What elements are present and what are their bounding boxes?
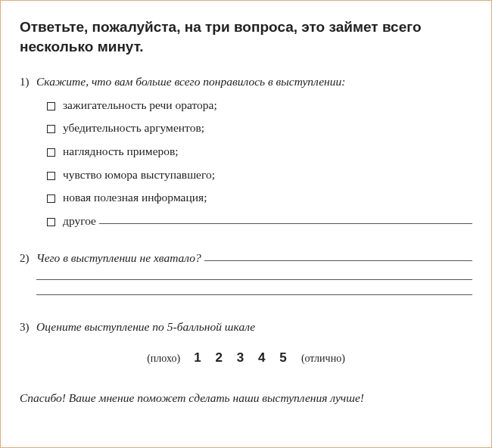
q1-other-input-line[interactable] bbox=[99, 212, 472, 224]
q1-option[interactable]: зажигательность речи оратора; bbox=[47, 97, 472, 114]
rating-scale: (плохо) 1 2 3 4 5 (отлично) bbox=[20, 350, 472, 366]
q1-option-label: наглядность примеров; bbox=[63, 143, 179, 160]
rating-high-label: (отлично) bbox=[301, 353, 345, 364]
rating-value[interactable]: 2 bbox=[216, 350, 223, 365]
rating-value[interactable]: 1 bbox=[194, 350, 201, 365]
q1-options: зажигательность речи оратора; убедительн… bbox=[47, 97, 472, 229]
q2-input-line[interactable] bbox=[36, 282, 472, 295]
checkbox-icon[interactable] bbox=[47, 102, 55, 110]
q1-option[interactable]: убедительность аргументов; bbox=[47, 120, 472, 136]
q1-option-label: чувство юмора выступавшего; bbox=[63, 166, 215, 183]
q2-text: Чего в выступлении не хватало? bbox=[36, 249, 201, 266]
q3-number: 3) bbox=[20, 321, 36, 334]
checkbox-icon[interactable] bbox=[47, 218, 55, 226]
rating-value[interactable]: 4 bbox=[258, 350, 265, 365]
checkbox-icon[interactable] bbox=[47, 125, 55, 133]
q1-option[interactable]: чувство юмора выступавшего; bbox=[47, 166, 472, 183]
q1-option-label: зажигательность речи оратора; bbox=[63, 97, 217, 114]
checkbox-icon[interactable] bbox=[47, 194, 55, 203]
rating-low-label: (плохо) bbox=[147, 353, 180, 364]
checkbox-icon[interactable] bbox=[47, 172, 55, 180]
q1-number: 1) bbox=[20, 76, 36, 89]
question-1: 1) Скажите, что вам больше всего понрави… bbox=[20, 73, 472, 229]
survey-form: Ответьте, пожалуйста, на три вопроса, эт… bbox=[0, 0, 492, 448]
rating-value[interactable]: 5 bbox=[279, 350, 286, 365]
q1-option-other[interactable]: другое bbox=[47, 213, 472, 229]
checkbox-icon[interactable] bbox=[47, 148, 55, 157]
question-3: 3) Оцените выступление по 5-балльной шка… bbox=[20, 318, 472, 366]
q1-text: Скажите, что вам больше всего понравилос… bbox=[36, 73, 345, 90]
form-title: Ответьте, пожалуйста, на три вопроса, эт… bbox=[20, 17, 472, 56]
q1-option[interactable]: новая полезная информация; bbox=[47, 189, 472, 206]
q2-input-line[interactable] bbox=[36, 266, 472, 280]
q1-option[interactable]: наглядность примеров; bbox=[47, 143, 472, 160]
q3-text: Оцените выступление по 5-балльной шкале bbox=[36, 318, 255, 335]
q1-other-label: другое bbox=[63, 213, 96, 229]
q2-number: 2) bbox=[20, 252, 36, 265]
rating-value[interactable]: 3 bbox=[237, 350, 244, 365]
q1-option-label: убедительность аргументов; bbox=[63, 120, 204, 136]
q2-input-line[interactable] bbox=[204, 249, 472, 261]
thank-you-text: Спасибо! Ваше мнение поможет сделать наш… bbox=[20, 391, 472, 405]
q1-option-label: новая полезная информация; bbox=[63, 189, 207, 206]
question-2: 2) Чего в выступлении не хватало? bbox=[20, 249, 472, 295]
